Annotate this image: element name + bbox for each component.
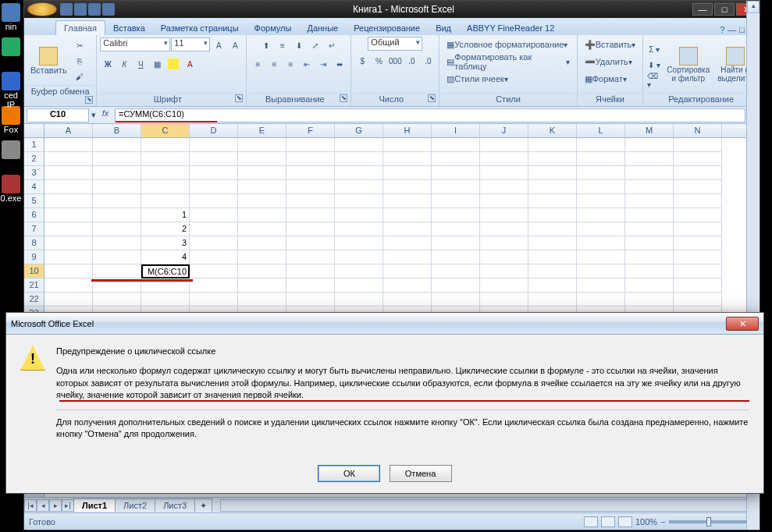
cell[interactable] (335, 208, 383, 222)
cell[interactable] (93, 264, 141, 278)
align-bottom-icon[interactable]: ⬇ (291, 37, 307, 53)
cell[interactable] (44, 222, 93, 236)
row-header[interactable]: 21 (24, 278, 44, 293)
cell[interactable] (674, 138, 722, 152)
cell[interactable]: М(C6:C10 (141, 264, 190, 278)
cell[interactable] (625, 166, 674, 180)
row-header[interactable]: 9 (24, 250, 44, 264)
cut-icon[interactable]: ✂ (72, 37, 87, 53)
zoom-level[interactable]: 100% (635, 517, 657, 527)
desktop-icon[interactable] (0, 37, 22, 69)
cell[interactable] (335, 264, 383, 278)
cell[interactable] (93, 180, 141, 194)
cell[interactable] (286, 293, 335, 307)
cell[interactable] (528, 166, 577, 180)
cell[interactable] (577, 236, 625, 250)
cell[interactable] (577, 293, 625, 307)
cell[interactable] (44, 236, 93, 250)
cell[interactable] (93, 166, 141, 180)
cell[interactable] (480, 194, 528, 208)
align-middle-icon[interactable]: ≡ (275, 37, 290, 53)
cell[interactable] (190, 152, 238, 166)
select-all-corner[interactable] (24, 124, 44, 137)
cell[interactable] (625, 208, 674, 222)
column-header[interactable]: L (577, 124, 625, 137)
fill-color-icon[interactable] (168, 59, 179, 69)
cell[interactable] (238, 293, 286, 307)
cell[interactable] (528, 250, 577, 264)
cell[interactable] (93, 250, 141, 264)
number-format-combo[interactable]: Общий (368, 37, 422, 51)
cell[interactable] (190, 180, 238, 194)
cell[interactable] (480, 152, 528, 166)
column-header[interactable]: K (528, 124, 577, 137)
name-box[interactable]: C10 (27, 108, 89, 122)
cell[interactable] (383, 293, 432, 307)
launcher-icon[interactable]: ⬊ (235, 94, 243, 102)
cell[interactable] (44, 250, 93, 264)
view-normal-icon[interactable] (584, 516, 598, 527)
cell[interactable] (625, 138, 674, 152)
cell[interactable] (286, 166, 335, 180)
cell[interactable] (383, 152, 432, 166)
desktop-icon[interactable]: nin (0, 3, 22, 34)
merge-icon[interactable]: ⬌ (332, 56, 347, 72)
cell[interactable] (335, 250, 383, 264)
cell[interactable] (528, 208, 577, 222)
orientation-icon[interactable]: ⤢ (308, 37, 323, 53)
cell[interactable] (44, 278, 93, 293)
cell[interactable] (286, 138, 335, 152)
delete-cells-button[interactable]: ➖Удалить ▾ (581, 54, 636, 69)
cell[interactable] (93, 152, 141, 166)
column-header[interactable]: H (383, 124, 432, 137)
cell[interactable] (577, 278, 625, 293)
cell[interactable] (674, 152, 722, 166)
cell[interactable] (383, 264, 432, 278)
cell[interactable] (528, 278, 577, 293)
column-header[interactable]: D (190, 124, 238, 137)
clear-icon[interactable]: ⌫ ▾ (646, 73, 662, 88)
cell[interactable] (432, 250, 480, 264)
tab-abbyy[interactable]: ABBYY FineReader 12 (459, 21, 562, 35)
cell[interactable] (190, 293, 238, 307)
cell[interactable] (432, 278, 480, 293)
sheet-tab-3[interactable]: Лист3 (155, 498, 195, 512)
cell[interactable] (335, 293, 383, 307)
cell[interactable] (674, 166, 722, 180)
fx-button[interactable]: fx (98, 108, 112, 122)
cell[interactable] (528, 293, 577, 307)
cell[interactable] (286, 278, 335, 293)
cell[interactable] (190, 278, 238, 293)
cell[interactable] (625, 236, 674, 250)
sheet-tab-1[interactable]: Лист1 (73, 498, 116, 512)
cell[interactable] (480, 293, 528, 307)
cell[interactable] (383, 250, 432, 264)
shrink-font-icon[interactable]: A (227, 37, 243, 53)
cell[interactable] (432, 194, 480, 208)
help-icon[interactable]: ? (720, 25, 724, 35)
tab-data[interactable]: Данные (299, 21, 346, 35)
cell[interactable] (44, 264, 93, 278)
fill-icon[interactable]: ⬇ ▾ (646, 57, 662, 73)
cell[interactable] (190, 250, 238, 264)
dialog-close-button[interactable]: ✕ (726, 317, 759, 331)
cell[interactable] (335, 152, 383, 166)
cell[interactable] (674, 278, 722, 293)
cell[interactable] (286, 250, 335, 264)
cell[interactable] (335, 194, 383, 208)
cell[interactable] (432, 152, 480, 166)
format-as-table-button[interactable]: ▤ Форматировать как таблицу ▾ (443, 54, 573, 69)
zoom-slider[interactable] (669, 520, 747, 523)
autosum-icon[interactable]: Σ ▾ (646, 41, 662, 57)
align-right-icon[interactable]: ≡ (283, 56, 298, 72)
comma-icon[interactable]: 000 (387, 53, 403, 69)
view-layout-icon[interactable] (601, 516, 615, 527)
ribbon-minimize-icon[interactable]: — (728, 25, 736, 35)
font-size-combo[interactable]: 11 (171, 37, 210, 51)
qat-more-icon[interactable] (102, 3, 115, 16)
cell[interactable]: 3 (141, 236, 190, 250)
cell[interactable] (190, 236, 238, 250)
cell[interactable] (141, 293, 190, 307)
zoom-out-button[interactable]: − (660, 517, 665, 527)
wrap-text-icon[interactable]: ↵ (324, 37, 340, 53)
